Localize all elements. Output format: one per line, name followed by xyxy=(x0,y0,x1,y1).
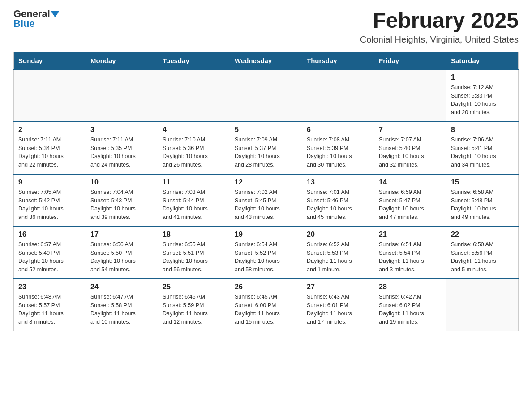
day-number: 11 xyxy=(163,178,225,186)
month-title: February 2025 xyxy=(360,9,519,33)
day-number: 23 xyxy=(18,283,81,291)
calendar-header: SundayMondayTuesdayWednesdayThursdayFrid… xyxy=(14,52,519,69)
calendar-cell: 12Sunrise: 7:02 AMSunset: 5:45 PMDayligh… xyxy=(230,174,302,227)
day-info: Sunrise: 7:05 AMSunset: 5:42 PMDaylight:… xyxy=(18,188,81,222)
day-number: 1 xyxy=(451,73,514,81)
day-info: Sunrise: 6:45 AMSunset: 6:00 PMDaylight:… xyxy=(235,293,297,326)
logo-top: General xyxy=(13,9,59,19)
weekday-header-saturday: Saturday xyxy=(446,52,519,69)
page-header: General Blue February 2025 Colonial Heig… xyxy=(13,9,519,45)
day-info: Sunrise: 7:01 AMSunset: 5:46 PMDaylight:… xyxy=(307,188,369,222)
day-info: Sunrise: 7:06 AMSunset: 5:41 PMDaylight:… xyxy=(451,136,514,169)
logo: General Blue xyxy=(13,9,59,29)
day-number: 28 xyxy=(379,283,442,291)
day-number: 9 xyxy=(18,178,81,186)
calendar-week-2: 2Sunrise: 7:11 AMSunset: 5:34 PMDaylight… xyxy=(14,122,519,174)
calendar-cell xyxy=(302,69,374,122)
day-info: Sunrise: 6:46 AMSunset: 5:59 PMDaylight:… xyxy=(163,293,225,326)
day-info: Sunrise: 6:55 AMSunset: 5:51 PMDaylight:… xyxy=(163,240,225,274)
day-number: 15 xyxy=(451,178,514,186)
calendar-cell: 28Sunrise: 6:42 AMSunset: 6:02 PMDayligh… xyxy=(374,279,446,331)
day-info: Sunrise: 6:48 AMSunset: 5:57 PMDaylight:… xyxy=(18,293,81,326)
day-info: Sunrise: 7:04 AMSunset: 5:43 PMDaylight:… xyxy=(90,188,153,222)
day-number: 21 xyxy=(379,231,442,239)
day-info: Sunrise: 6:43 AMSunset: 6:01 PMDaylight:… xyxy=(307,293,369,326)
day-number: 14 xyxy=(379,178,442,186)
day-number: 16 xyxy=(18,231,81,239)
weekday-header-monday: Monday xyxy=(86,52,158,69)
day-info: Sunrise: 7:02 AMSunset: 5:45 PMDaylight:… xyxy=(235,188,297,222)
calendar-cell: 16Sunrise: 6:57 AMSunset: 5:49 PMDayligh… xyxy=(14,227,86,279)
calendar-cell: 3Sunrise: 7:11 AMSunset: 5:35 PMDaylight… xyxy=(86,122,158,174)
day-info: Sunrise: 7:03 AMSunset: 5:44 PMDaylight:… xyxy=(163,188,225,222)
day-number: 7 xyxy=(379,126,442,134)
weekday-header-wednesday: Wednesday xyxy=(230,52,302,69)
day-number: 13 xyxy=(307,178,369,186)
day-number: 20 xyxy=(307,231,369,239)
day-number: 2 xyxy=(18,126,81,134)
calendar-cell: 24Sunrise: 6:47 AMSunset: 5:58 PMDayligh… xyxy=(86,279,158,331)
logo-triangle-icon xyxy=(51,11,59,17)
weekday-header-friday: Friday xyxy=(374,52,446,69)
calendar-cell: 10Sunrise: 7:04 AMSunset: 5:43 PMDayligh… xyxy=(86,174,158,227)
calendar-table: SundayMondayTuesdayWednesdayThursdayFrid… xyxy=(13,52,519,331)
day-info: Sunrise: 6:58 AMSunset: 5:48 PMDaylight:… xyxy=(451,188,514,222)
day-number: 26 xyxy=(235,283,297,291)
day-number: 6 xyxy=(307,126,369,134)
calendar-cell: 4Sunrise: 7:10 AMSunset: 5:36 PMDaylight… xyxy=(158,122,230,174)
calendar-cell xyxy=(158,69,230,122)
day-number: 24 xyxy=(90,283,153,291)
calendar-cell: 18Sunrise: 6:55 AMSunset: 5:51 PMDayligh… xyxy=(158,227,230,279)
day-info: Sunrise: 6:47 AMSunset: 5:58 PMDaylight:… xyxy=(90,293,153,326)
day-number: 19 xyxy=(235,231,297,239)
calendar-cell xyxy=(86,69,158,122)
day-number: 22 xyxy=(451,231,514,239)
day-number: 4 xyxy=(163,126,225,134)
calendar-cell: 5Sunrise: 7:09 AMSunset: 5:37 PMDaylight… xyxy=(230,122,302,174)
calendar-cell: 26Sunrise: 6:45 AMSunset: 6:00 PMDayligh… xyxy=(230,279,302,331)
calendar-cell: 22Sunrise: 6:50 AMSunset: 5:56 PMDayligh… xyxy=(446,227,519,279)
day-info: Sunrise: 7:09 AMSunset: 5:37 PMDaylight:… xyxy=(235,136,297,169)
calendar-week-5: 23Sunrise: 6:48 AMSunset: 5:57 PMDayligh… xyxy=(14,279,519,331)
calendar-cell: 15Sunrise: 6:58 AMSunset: 5:48 PMDayligh… xyxy=(446,174,519,227)
calendar-cell: 14Sunrise: 6:59 AMSunset: 5:47 PMDayligh… xyxy=(374,174,446,227)
calendar-cell: 9Sunrise: 7:05 AMSunset: 5:42 PMDaylight… xyxy=(14,174,86,227)
calendar-cell: 20Sunrise: 6:52 AMSunset: 5:53 PMDayligh… xyxy=(302,227,374,279)
calendar-cell: 27Sunrise: 6:43 AMSunset: 6:01 PMDayligh… xyxy=(302,279,374,331)
day-info: Sunrise: 7:12 AMSunset: 5:33 PMDaylight:… xyxy=(451,83,514,117)
weekday-header-thursday: Thursday xyxy=(302,52,374,69)
day-info: Sunrise: 6:59 AMSunset: 5:47 PMDaylight:… xyxy=(379,188,442,222)
calendar-cell xyxy=(374,69,446,122)
day-number: 18 xyxy=(163,231,225,239)
calendar-cell: 6Sunrise: 7:08 AMSunset: 5:39 PMDaylight… xyxy=(302,122,374,174)
day-number: 12 xyxy=(235,178,297,186)
calendar-body: 1Sunrise: 7:12 AMSunset: 5:33 PMDaylight… xyxy=(14,69,519,331)
calendar-cell: 2Sunrise: 7:11 AMSunset: 5:34 PMDaylight… xyxy=(14,122,86,174)
calendar-cell: 23Sunrise: 6:48 AMSunset: 5:57 PMDayligh… xyxy=(14,279,86,331)
calendar-week-1: 1Sunrise: 7:12 AMSunset: 5:33 PMDaylight… xyxy=(14,69,519,122)
day-info: Sunrise: 7:11 AMSunset: 5:35 PMDaylight:… xyxy=(90,136,153,169)
title-section: February 2025 Colonial Heights, Virginia… xyxy=(360,9,519,45)
day-number: 27 xyxy=(307,283,369,291)
calendar-cell: 7Sunrise: 7:07 AMSunset: 5:40 PMDaylight… xyxy=(374,122,446,174)
logo-bottom: Blue xyxy=(13,19,35,29)
day-info: Sunrise: 7:10 AMSunset: 5:36 PMDaylight:… xyxy=(163,136,225,169)
weekday-header-tuesday: Tuesday xyxy=(158,52,230,69)
calendar-cell xyxy=(14,69,86,122)
day-info: Sunrise: 6:51 AMSunset: 5:54 PMDaylight:… xyxy=(379,240,442,274)
location-title: Colonial Heights, Virginia, United State… xyxy=(360,34,519,45)
calendar-cell: 11Sunrise: 7:03 AMSunset: 5:44 PMDayligh… xyxy=(158,174,230,227)
calendar-week-4: 16Sunrise: 6:57 AMSunset: 5:49 PMDayligh… xyxy=(14,227,519,279)
calendar-cell: 17Sunrise: 6:56 AMSunset: 5:50 PMDayligh… xyxy=(86,227,158,279)
day-info: Sunrise: 6:57 AMSunset: 5:49 PMDaylight:… xyxy=(18,240,81,274)
day-number: 5 xyxy=(235,126,297,134)
calendar-week-3: 9Sunrise: 7:05 AMSunset: 5:42 PMDaylight… xyxy=(14,174,519,227)
day-number: 8 xyxy=(451,126,514,134)
calendar-cell xyxy=(446,279,519,331)
calendar-cell xyxy=(230,69,302,122)
day-info: Sunrise: 6:42 AMSunset: 6:02 PMDaylight:… xyxy=(379,293,442,326)
day-number: 17 xyxy=(90,231,153,239)
day-info: Sunrise: 6:54 AMSunset: 5:52 PMDaylight:… xyxy=(235,240,297,274)
logo-blue-text: Blue xyxy=(13,18,35,29)
day-info: Sunrise: 7:07 AMSunset: 5:40 PMDaylight:… xyxy=(379,136,442,169)
